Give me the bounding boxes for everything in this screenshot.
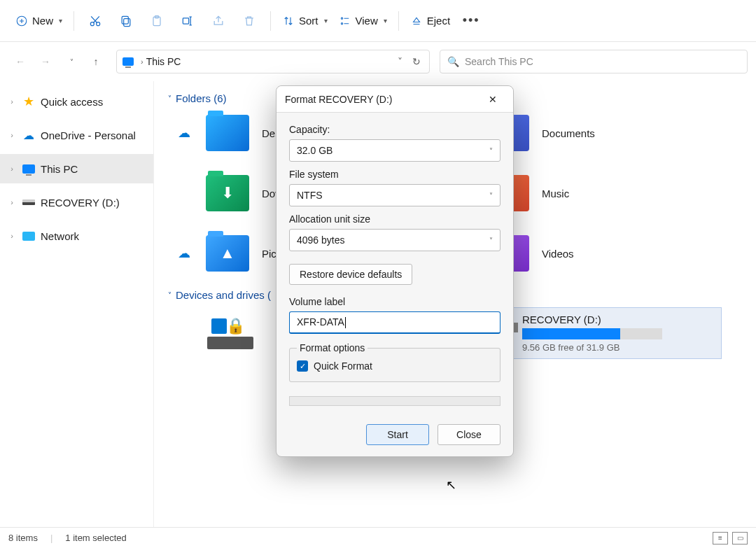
chevron-right-icon[interactable]: › (7, 97, 17, 106)
address-dropdown[interactable]: ˅ (391, 56, 408, 67)
nav-tree: › ★ Quick access › ☁ OneDrive - Personal… (0, 81, 154, 527)
monitor-icon (22, 164, 35, 174)
chevron-down-icon: ▾ (384, 17, 387, 24)
close-dialog-button[interactable]: Close (438, 424, 500, 445)
delete-button[interactable] (235, 7, 263, 35)
checkbox-checked-icon: ✓ (297, 360, 308, 372)
drive-icon (22, 199, 35, 205)
quick-format-checkbox[interactable]: ✓ Quick Format (297, 360, 493, 372)
search-placeholder: Search This PC (465, 56, 533, 67)
chevron-down-icon: ˅ (168, 94, 172, 102)
capacity-select[interactable]: 32.0 GB ˅ (289, 139, 500, 162)
nav-bar: ← → ˅ ↑ › This PC ˅ ↻ 🔍 Search This PC (0, 42, 756, 81)
filesystem-select[interactable]: NTFS ˅ (289, 184, 500, 206)
back-button[interactable]: ← (8, 50, 32, 73)
chevron-right-icon[interactable]: › (7, 232, 17, 240)
sidebar-item-label: Network (41, 230, 79, 242)
cut-button[interactable] (81, 7, 109, 35)
star-icon: ★ (22, 95, 35, 108)
folder-label: Music (542, 188, 569, 199)
sidebar-item-recovery[interactable]: › RECOVERY (D:) (0, 188, 153, 217)
drive-free-text: 9.56 GB free of 31.9 GB (522, 342, 715, 353)
svg-rect-7 (183, 17, 188, 23)
view-button[interactable]: View ▾ (335, 7, 391, 35)
selection-count: 1 item selected (65, 533, 126, 543)
restore-defaults-label: Restore device defaults (300, 269, 402, 280)
sidebar-item-label: Quick access (41, 96, 103, 108)
text-caret (345, 317, 346, 328)
chevron-right-icon[interactable]: › (7, 198, 17, 206)
volume-label-input[interactable]: XFR-DATA (289, 311, 500, 334)
start-button[interactable]: Start (366, 424, 429, 445)
drive-label: RECOVERY (D:) (522, 314, 715, 325)
chevron-down-icon: ˅ (489, 147, 493, 155)
close-button[interactable]: ✕ (481, 90, 505, 109)
thumbnails-view-toggle[interactable]: ▭ (732, 532, 748, 545)
paste-button[interactable] (143, 7, 171, 35)
view-label: View (356, 15, 378, 27)
chevron-down-icon: ˅ (489, 237, 493, 244)
chevron-down-icon: ˅ (489, 192, 493, 199)
dialog-title: Format RECOVERY (D:) (285, 94, 393, 105)
copy-button[interactable] (112, 7, 140, 35)
lock-icon: 🔒 (226, 317, 245, 335)
chevron-down-icon: ▾ (59, 17, 62, 24)
cloud-icon: ☁ (22, 129, 35, 141)
address-bar[interactable]: › This PC ˅ ↻ (116, 50, 430, 73)
refresh-button[interactable]: ↻ (408, 56, 425, 67)
sidebar-item-quick-access[interactable]: › ★ Quick access (0, 87, 153, 116)
sidebar-item-network[interactable]: › Network (0, 221, 153, 251)
separator (398, 11, 399, 31)
format-options-group: Format options ✓ Quick Format (289, 342, 500, 382)
sort-label: Sort (299, 15, 318, 27)
chevron-down-icon: ˅ (168, 291, 172, 299)
recent-dropdown[interactable]: ˅ (59, 50, 83, 73)
folder-label: Documents (542, 127, 595, 139)
volume-label-label: Volume label (289, 296, 500, 307)
filesystem-label: File system (289, 169, 500, 180)
start-label: Start (387, 429, 408, 440)
capacity-bar (522, 328, 662, 339)
chevron-right-icon[interactable]: › (7, 164, 17, 173)
search-icon: 🔍 (447, 56, 459, 67)
rename-button[interactable] (174, 7, 202, 35)
volume-label-value: XFR-DATA (297, 316, 344, 328)
restore-defaults-button[interactable]: Restore device defaults (289, 264, 412, 285)
allocation-select[interactable]: 4096 bytes ˅ (289, 229, 500, 251)
capacity-value: 32.0 GB (297, 145, 332, 156)
cloud-sync-icon: ☁ (175, 125, 193, 141)
chevron-down-icon: ▾ (324, 17, 328, 24)
chevron-right-icon[interactable]: › (7, 131, 17, 139)
separator (74, 11, 74, 31)
cloud-sync-icon: ☁ (175, 246, 193, 261)
allocation-value: 4096 bytes (297, 234, 345, 246)
separator (270, 11, 271, 31)
sidebar-item-label: OneDrive - Personal (41, 129, 136, 141)
status-bar: 8 items | 1 item selected ≡ ▭ (0, 527, 756, 548)
breadcrumb-item[interactable]: This PC (146, 56, 181, 67)
quick-format-label: Quick Format (314, 360, 372, 372)
share-button[interactable] (204, 7, 232, 35)
group-drives-label: Devices and drives ( (176, 289, 271, 301)
forward-button[interactable]: → (34, 50, 57, 73)
dialog-titlebar[interactable]: Format RECOVERY (D:) ✕ (276, 86, 513, 113)
sidebar-item-this-pc[interactable]: › This PC (0, 154, 153, 183)
group-folders-label: Folders (6) (176, 92, 227, 104)
sidebar-item-onedrive[interactable]: › ☁ OneDrive - Personal (0, 120, 153, 150)
close-label: Close (456, 429, 482, 440)
capacity-label: Capacity: (289, 124, 500, 135)
sidebar-item-label: This PC (41, 163, 78, 175)
new-button[interactable]: New ▾ (11, 7, 66, 35)
network-icon (22, 232, 35, 241)
progress-bar (289, 396, 500, 406)
svg-rect-4 (122, 16, 128, 24)
search-input[interactable]: 🔍 Search This PC (440, 50, 748, 73)
eject-button[interactable]: Eject (406, 7, 454, 35)
allocation-label: Allocation unit size (289, 213, 500, 225)
details-view-toggle[interactable]: ≡ (713, 532, 728, 545)
more-button[interactable]: ••• (457, 7, 485, 35)
sort-button[interactable]: Sort ▾ (278, 7, 332, 35)
pictures-folder-icon: ▲ (206, 235, 249, 272)
up-button[interactable]: ↑ (84, 50, 108, 73)
new-button-label: New (32, 15, 53, 27)
